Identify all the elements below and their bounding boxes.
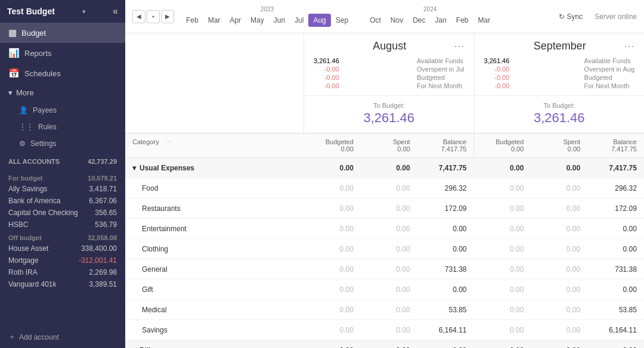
august-stats: 3,261.46 -0.00 -0.00 -0.00 Available Fun… — [314, 57, 465, 89]
account-row[interactable]: Bank of America6,367.06 — [0, 195, 125, 207]
add-account-label: Add account — [19, 333, 59, 341]
september-stats: 3,261.46 -0.00 -0.00 -0.00 Available Fun… — [484, 57, 635, 89]
payees-icon: 👤 — [19, 106, 28, 114]
table-row[interactable]: Savings 0.00 0.00 6,164.11 0.00 0.00 6,1… — [125, 320, 644, 340]
category-col-spacer — [125, 33, 304, 133]
months-2023-row: FebMarAprMayJunJulAugSep — [181, 14, 353, 27]
month-button-sep[interactable]: Sep — [331, 14, 353, 27]
chevron-down-icon: ▾ — [82, 8, 85, 15]
sidebar-item-schedules-label: Schedules — [24, 69, 61, 78]
settings-label: Settings — [30, 139, 56, 148]
chevron-right-icon: ▾ — [8, 88, 13, 97]
table-row[interactable]: Gift 0.00 0.00 0.00 0.00 0.00 0.00 — [125, 279, 644, 300]
account-row[interactable]: House Asset338,400.00 — [0, 243, 125, 254]
august-to-budget: To Budget: 3,261.46 — [304, 96, 474, 133]
sidebar-item-rules[interactable]: ⋮⋮ Rules — [0, 119, 125, 135]
account-row[interactable]: HSBC536.79 — [0, 219, 125, 231]
september-title-row: September ⋯ — [484, 39, 635, 52]
table-row[interactable]: Medical 0.00 0.00 53.85 0.00 0.00 53.85 — [125, 300, 644, 320]
sidebar-item-reports-label: Reports — [24, 49, 52, 58]
table-group-row[interactable]: ▾ Usual Expenses 0.00 0.00 7,417.75 0.00… — [125, 158, 644, 178]
sidebar-header: Test Budget ▾ « — [0, 0, 125, 23]
budget-icon: ▦ — [8, 27, 17, 38]
sidebar-item-payees[interactable]: 👤 Payees — [0, 102, 125, 119]
row-name-cell: Savings — [125, 322, 304, 338]
month-button-apr[interactable]: Apr — [225, 14, 246, 27]
budget-table: Category ⋯ Budgeted 0.00 Spent 0.00 Bala… — [125, 133, 644, 348]
month-button-nov-2024[interactable]: Nov — [386, 14, 408, 27]
more-toggle[interactable]: ▾ More — [0, 83, 125, 102]
nav-prev-button[interactable]: ◀ — [132, 10, 145, 23]
account-row[interactable]: Roth IRA2,269.98 — [0, 266, 125, 278]
add-account-button[interactable]: ＋ Add account — [0, 326, 125, 348]
for-budget-accounts: Ally Savings3,418.71Bank of America6,367… — [0, 183, 125, 231]
main-content: ◀ ▪ ▶ 2023 FebMarAprMayJunJulAugSep 2024… — [125, 0, 644, 348]
sidebar-item-budget[interactable]: ▦ Budget — [0, 23, 125, 43]
row-name-cell: Food — [125, 181, 304, 196]
sep-to-budget-amount: 3,261.46 — [484, 110, 635, 126]
month-button-jan-2024[interactable]: Jan — [431, 14, 451, 27]
sidebar-item-settings[interactable]: ⚙ Settings — [0, 135, 125, 152]
month-button-dec-2024[interactable]: Dec — [408, 14, 430, 27]
august-more-button[interactable]: ⋯ — [454, 39, 465, 52]
nav-next-button[interactable]: ▶ — [161, 10, 174, 23]
month-button-feb[interactable]: Feb — [181, 14, 203, 27]
august-title-row: August ⋯ — [314, 39, 465, 52]
row-name-cell: Restaurants — [125, 201, 304, 216]
month-button-aug[interactable]: Aug — [308, 14, 330, 27]
aug-budgeted-label: Budgeted — [417, 74, 464, 81]
table-row[interactable]: Food 0.00 0.00 296.32 0.00 0.00 296.32 — [125, 178, 644, 198]
sep-fornext-val: -0.00 — [494, 82, 509, 89]
category-add-icon[interactable]: ⋯ — [166, 138, 172, 145]
server-status: Server online — [595, 13, 637, 21]
month-summaries: August ⋯ 3,261.46 -0.00 -0.00 -0.00 Avai… — [125, 33, 644, 133]
table-body: ▾ Usual Expenses 0.00 0.00 7,417.75 0.00… — [125, 158, 644, 348]
sidebar-item-schedules[interactable]: 📅 Schedules — [0, 63, 125, 83]
nav-arrows: ◀ ▪ ▶ — [132, 10, 174, 23]
sep-spent-header: Spent 0.00 — [531, 133, 587, 157]
table-row[interactable]: Entertainment 0.00 0.00 0.00 0.00 0.00 0… — [125, 219, 644, 239]
table-group-row[interactable]: ▾ Bills 0.00 0.00 0.00 0.00 0.00 0.00 — [125, 340, 644, 348]
nav-today-button[interactable]: ▪ — [147, 10, 160, 23]
sep-values: 3,261.46 -0.00 -0.00 -0.00 — [484, 57, 510, 89]
aug-budgeted-header: Budgeted 0.00 — [304, 133, 361, 157]
month-button-oct-2024[interactable]: Oct — [365, 14, 386, 27]
account-row[interactable]: Ally Savings3,418.71 — [0, 183, 125, 195]
aug-avail-val: 3,261.46 — [314, 57, 339, 64]
collapse-sidebar-icon[interactable]: « — [113, 6, 118, 17]
sync-button[interactable]: ↻ Sync — [554, 10, 588, 23]
month-button-jul[interactable]: Jul — [290, 14, 308, 27]
row-name-cell: Medical — [125, 302, 304, 318]
august-summary: August ⋯ 3,261.46 -0.00 -0.00 -0.00 Avai… — [304, 33, 475, 133]
account-row[interactable]: Mortgage-312,001.41 — [0, 254, 125, 266]
group-name-cell: ▾ Bills — [125, 343, 304, 349]
sep-budgeted-header: Budgeted 0.00 — [474, 133, 531, 157]
aug-overspent-label: Overspent in Jul — [417, 66, 464, 73]
months-2024-row: OctNovDecJanFebMar — [365, 14, 495, 27]
year-2024-group: 2024 OctNovDecJanFebMar — [365, 6, 495, 27]
sidebar-item-reports[interactable]: 📊 Reports — [0, 43, 125, 63]
month-button-feb-2024[interactable]: Feb — [451, 14, 473, 27]
aug-budgeted-val: -0.00 — [324, 74, 339, 81]
off-budget-total: 32,058.08 — [88, 234, 117, 241]
off-budget-label: Off budget 32,058.08 — [0, 231, 125, 243]
account-row[interactable]: Capital One Checking356.65 — [0, 207, 125, 219]
row-name-cell: Clothing — [125, 241, 304, 257]
month-button-mar-2024[interactable]: Mar — [473, 14, 496, 27]
row-name-cell: General — [125, 262, 304, 277]
account-row[interactable]: Vanguard 401k3,389.51 — [0, 278, 125, 290]
month-button-mar[interactable]: Mar — [203, 14, 225, 27]
sidebar-item-budget-label: Budget — [21, 29, 46, 38]
accounts-header: All accounts 42,737.29 — [8, 158, 117, 165]
september-more-button[interactable]: ⋯ — [624, 39, 634, 52]
table-row[interactable]: Clothing 0.00 0.00 0.00 0.00 0.00 0.00 — [125, 239, 644, 259]
table-row[interactable]: Restaurants 0.00 0.00 172.09 0.00 0.00 1… — [125, 198, 644, 219]
app-title: Test Budget — [7, 7, 55, 16]
year-2023-group: 2023 FebMarAprMayJunJulAugSep — [181, 6, 353, 27]
month-button-may[interactable]: May — [246, 14, 269, 27]
group-name-cell: ▾ Usual Expenses — [125, 160, 304, 176]
settings-icon: ⚙ — [19, 139, 26, 148]
table-row[interactable]: General 0.00 0.00 731.38 0.00 0.00 731.3… — [125, 259, 644, 279]
month-button-jun[interactable]: Jun — [269, 14, 290, 27]
chevron-down-icon: ▾ — [132, 164, 136, 172]
